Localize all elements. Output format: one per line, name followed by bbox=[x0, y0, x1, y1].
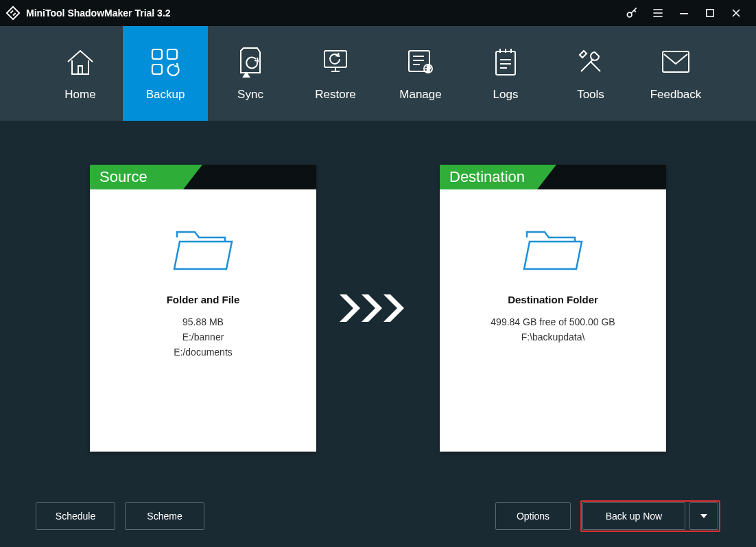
source-title: Folder and File bbox=[90, 294, 316, 305]
backup-now-dropdown[interactable] bbox=[689, 502, 718, 530]
nav-label: Tools bbox=[577, 88, 604, 102]
destination-path: F:\backupdata\ bbox=[440, 331, 666, 342]
scheme-button[interactable]: Scheme bbox=[125, 502, 204, 530]
key-icon[interactable] bbox=[619, 0, 645, 26]
main-nav: Home Backup Sync Restore Manage bbox=[0, 26, 756, 121]
destination-card[interactable]: Destination Destination Folder 499.84 GB… bbox=[440, 165, 666, 452]
minimize-icon[interactable] bbox=[671, 0, 697, 26]
source-path-2: E:/documents bbox=[90, 347, 316, 358]
nav-home[interactable]: Home bbox=[38, 26, 123, 121]
destination-free: 499.84 GB free of 500.00 GB bbox=[440, 316, 666, 327]
home-icon bbox=[64, 45, 97, 78]
nav-tools[interactable]: Tools bbox=[548, 26, 633, 121]
titlebar: MiniTool ShadowMaker Trial 3.2 bbox=[0, 0, 756, 26]
folder-icon bbox=[520, 225, 586, 275]
transfer-arrow bbox=[316, 165, 440, 452]
manage-icon bbox=[405, 45, 436, 78]
destination-tab-label: Destination bbox=[440, 165, 556, 189]
backup-now-group: Back up Now bbox=[580, 500, 720, 532]
sync-icon bbox=[237, 45, 264, 78]
schedule-button[interactable]: Schedule bbox=[36, 502, 115, 530]
svg-rect-3 bbox=[167, 49, 177, 59]
content-area: Source Folder and File 95.88 MB E:/banne… bbox=[0, 121, 756, 547]
nav-label: Backup bbox=[146, 88, 185, 102]
nav-backup[interactable]: Backup bbox=[123, 26, 208, 121]
nav-label: Restore bbox=[315, 88, 356, 102]
destination-title: Destination Folder bbox=[440, 294, 666, 305]
source-path-1: E:/banner bbox=[90, 331, 316, 342]
bottom-bar: Schedule Scheme Options Back up Now bbox=[0, 500, 756, 532]
app-title: MiniTool ShadowMaker Trial 3.2 bbox=[26, 8, 171, 19]
logs-icon bbox=[492, 45, 519, 78]
nav-feedback[interactable]: Feedback bbox=[633, 26, 718, 121]
nav-label: Logs bbox=[493, 88, 519, 102]
nav-manage[interactable]: Manage bbox=[378, 26, 463, 121]
nav-label: Feedback bbox=[650, 88, 702, 102]
svg-rect-9 bbox=[663, 51, 689, 72]
nav-sync[interactable]: Sync bbox=[208, 26, 293, 121]
nav-label: Sync bbox=[237, 88, 263, 102]
menu-icon[interactable] bbox=[645, 0, 671, 26]
source-card[interactable]: Source Folder and File 95.88 MB E:/banne… bbox=[90, 165, 316, 452]
chevron-down-icon bbox=[699, 511, 709, 521]
restore-icon bbox=[319, 45, 352, 78]
tools-icon bbox=[576, 45, 606, 78]
svg-rect-1 bbox=[707, 10, 714, 17]
backup-icon bbox=[150, 45, 181, 78]
folder-icon bbox=[170, 225, 236, 275]
nav-logs[interactable]: Logs bbox=[463, 26, 548, 121]
close-icon[interactable] bbox=[723, 0, 749, 26]
svg-rect-4 bbox=[152, 65, 162, 74]
svg-rect-5 bbox=[324, 51, 346, 67]
options-button[interactable]: Options bbox=[495, 502, 571, 530]
nav-label: Manage bbox=[399, 88, 441, 102]
source-size: 95.88 MB bbox=[90, 316, 316, 327]
source-tab-label: Source bbox=[90, 165, 202, 189]
app-logo-icon bbox=[5, 5, 21, 21]
nav-label: Home bbox=[64, 88, 95, 102]
maximize-icon[interactable] bbox=[697, 0, 723, 26]
svg-rect-2 bbox=[152, 49, 162, 59]
svg-point-0 bbox=[627, 12, 632, 17]
nav-restore[interactable]: Restore bbox=[293, 26, 378, 121]
feedback-icon bbox=[660, 45, 692, 78]
backup-now-button[interactable]: Back up Now bbox=[582, 502, 685, 530]
